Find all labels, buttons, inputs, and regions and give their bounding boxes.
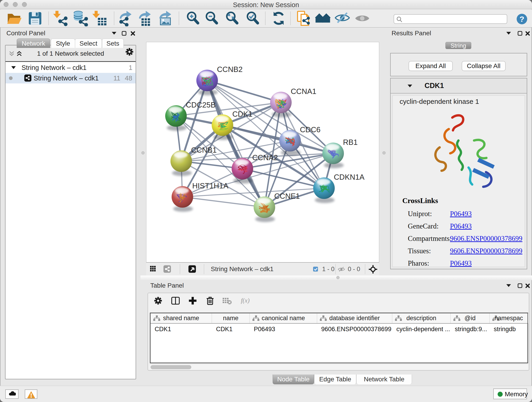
- tab-node-table[interactable]: Node Table: [273, 375, 314, 384]
- network-tree-row[interactable]: String Network – cdk1 1: [6, 62, 136, 73]
- export-network-icon[interactable]: [118, 10, 134, 26]
- function-icon[interactable]: f(x): [240, 296, 250, 306]
- node-CDC6[interactable]: [279, 130, 301, 152]
- zoom-fit-icon[interactable]: [224, 10, 240, 26]
- export-table-icon[interactable]: [138, 10, 153, 26]
- cdk1-section-header[interactable]: CDK1: [391, 78, 527, 94]
- import-network-icon[interactable]: [53, 10, 69, 26]
- table-cell[interactable]: CDK1: [212, 324, 250, 334]
- clone-network-icon[interactable]: [296, 10, 312, 26]
- tab-edge-table[interactable]: Edge Table: [314, 375, 356, 384]
- cloud-button[interactable]: [5, 389, 19, 399]
- network-options-gear-icon[interactable]: [124, 47, 134, 57]
- node-CCNA1[interactable]: [270, 92, 292, 113]
- tab-network[interactable]: Network: [17, 38, 50, 48]
- tab-network-table[interactable]: Network Table: [356, 375, 412, 384]
- crosslink-row: Uniprot:P06493: [393, 208, 525, 220]
- crosshair-icon[interactable]: [368, 264, 378, 274]
- show-panel-icon[interactable]: [354, 10, 370, 26]
- horizontal-splitter[interactable]: [140, 275, 532, 280]
- export-image-icon[interactable]: [158, 10, 174, 26]
- gear-icon[interactable]: [153, 296, 163, 306]
- node-CCNB2[interactable]: [196, 70, 218, 91]
- cdk1-disclosure-icon[interactable]: [407, 83, 413, 89]
- table-cell[interactable]: P06493: [250, 324, 317, 334]
- node-CCNE1[interactable]: [254, 196, 275, 218]
- node-CDK1[interactable]: [212, 114, 233, 136]
- crosslinks-heading: CrossLinks: [402, 196, 438, 205]
- table-cell[interactable]: cyclin-dependent ...: [392, 324, 451, 334]
- save-session-icon[interactable]: [27, 10, 43, 26]
- node-HIST1H1A[interactable]: [172, 186, 193, 208]
- results-panel-close-icon[interactable]: [525, 31, 530, 36]
- node-CDC25B[interactable]: [165, 105, 187, 127]
- tree-disclosure-icon[interactable]: [11, 66, 16, 70]
- columns-icon[interactable]: [171, 296, 181, 306]
- zoom-selected-icon[interactable]: [245, 10, 261, 26]
- network-tree-row[interactable]: String Network – cdk1 11 48: [6, 73, 136, 83]
- column-header-database-identifier[interactable]: database identifier: [317, 313, 392, 323]
- expand-all-button[interactable]: Expand All: [409, 61, 453, 71]
- table-panel-close-icon[interactable]: [525, 283, 530, 288]
- crosslink-value-link[interactable]: P06493: [450, 208, 472, 220]
- scrollbar-thumb[interactable]: [151, 365, 191, 369]
- add-icon[interactable]: [188, 296, 198, 306]
- crosslink-value-link[interactable]: 9606.ENSP00000378699: [450, 232, 522, 245]
- column-header-canonical-name[interactable]: canonical name: [250, 313, 317, 323]
- import-database-icon[interactable]: [72, 10, 88, 26]
- birdseye-icon[interactable]: [188, 265, 197, 274]
- control-panel-collapse-icon[interactable]: [111, 31, 117, 36]
- column-header-namespac[interactable]: namespac: [490, 313, 528, 323]
- collapse-all-button[interactable]: Collapse All: [462, 61, 506, 71]
- node-CCNB1[interactable]: [171, 150, 192, 172]
- node-CCNA2[interactable]: [232, 158, 253, 179]
- crosslink-label: Compartments:: [408, 232, 452, 245]
- hide-panel-icon[interactable]: [334, 10, 350, 26]
- table-panel-float-icon[interactable]: [517, 283, 523, 288]
- tab-select[interactable]: Select: [75, 38, 102, 48]
- column-header-shared-name[interactable]: shared name: [151, 313, 212, 323]
- grid-icon[interactable]: [149, 265, 158, 274]
- control-panel-float-icon[interactable]: [121, 31, 127, 36]
- results-panel-float-icon[interactable]: [517, 31, 523, 36]
- column-header-description[interactable]: description: [392, 313, 451, 323]
- delete-icon[interactable]: [205, 296, 215, 306]
- results-panel-collapse-icon[interactable]: [506, 31, 511, 36]
- table-cell[interactable]: stringdb:9...: [451, 324, 490, 334]
- crosslink-value-link[interactable]: P06493: [450, 257, 472, 269]
- tab-style[interactable]: Style: [51, 38, 75, 48]
- crosslink-value-link[interactable]: P06493: [450, 220, 472, 232]
- control-panel-close-icon[interactable]: [130, 31, 136, 36]
- delete-table-icon[interactable]: [222, 296, 232, 306]
- network-view-canvas[interactable]: CCNB2CCNA1CDC25BCDK1CDC6RB1CCNB1CCNA2CDK…: [146, 42, 379, 262]
- splitter-handle[interactable]: [336, 276, 340, 279]
- network-list-box: 1 of 1 Network selected String Network –…: [5, 45, 136, 379]
- tab-sets[interactable]: Sets: [102, 38, 124, 48]
- import-table-icon[interactable]: [92, 10, 108, 26]
- hidden-eye-icon[interactable]: [338, 266, 345, 273]
- column-header-name[interactable]: name: [212, 313, 250, 323]
- table-cell[interactable]: stringdb: [490, 324, 528, 334]
- home-icon[interactable]: [315, 10, 331, 26]
- warning-button[interactable]: [25, 389, 37, 399]
- zoom-out-icon[interactable]: [204, 10, 220, 26]
- left-splitter-handle[interactable]: [141, 151, 145, 154]
- tab-string[interactable]: String: [445, 42, 471, 49]
- column-header-@id[interactable]: @id: [451, 313, 490, 323]
- right-splitter-handle[interactable]: [382, 151, 386, 154]
- table-horizontal-scrollbar[interactable]: [150, 364, 528, 370]
- table-panel-collapse-icon[interactable]: [506, 283, 511, 288]
- node-RB1[interactable]: [322, 143, 344, 164]
- open-session-icon[interactable]: [6, 10, 22, 26]
- table-cell[interactable]: 9606.ENSP00000378699: [317, 324, 392, 334]
- search-input[interactable]: [394, 14, 507, 24]
- memory-button[interactable]: Memory: [493, 389, 527, 399]
- crosslink-value-link[interactable]: 9606.ENSP00000378699: [450, 245, 522, 257]
- table-cell[interactable]: CDK1: [151, 324, 212, 334]
- selected-checkbox-icon[interactable]: [313, 266, 319, 272]
- share-badge-icon[interactable]: [163, 265, 172, 274]
- refresh-icon[interactable]: [271, 10, 287, 26]
- zoom-in-icon[interactable]: [185, 10, 201, 26]
- node-CDKN1A[interactable]: [313, 177, 335, 199]
- help-button[interactable]: ?: [517, 14, 527, 24]
